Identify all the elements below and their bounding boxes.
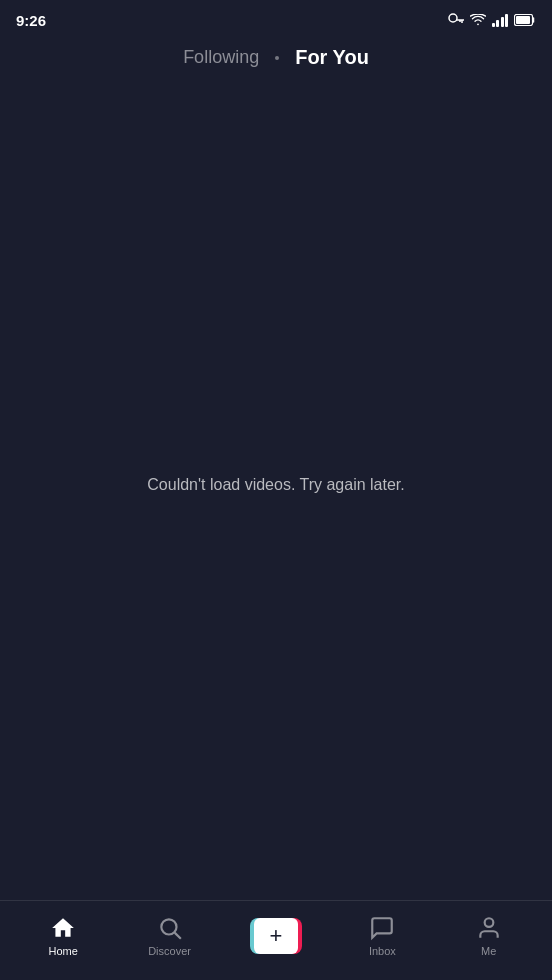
bottom-nav: Home Discover + Inbox Me <box>0 900 552 980</box>
inbox-icon <box>369 915 395 941</box>
nav-item-create[interactable]: + <box>246 918 306 954</box>
main-content: Couldn't load videos. Try again later. <box>0 83 552 887</box>
svg-point-8 <box>484 918 493 927</box>
tab-foryou[interactable]: For You <box>295 46 369 69</box>
status-icons <box>448 13 537 27</box>
home-icon <box>50 915 76 941</box>
tab-header: Following For You <box>0 36 552 83</box>
svg-point-0 <box>449 14 457 22</box>
status-time: 9:26 <box>16 12 46 29</box>
plus-sign: + <box>270 925 283 947</box>
battery-icon <box>514 14 536 26</box>
nav-label-me: Me <box>481 945 496 957</box>
tab-separator <box>275 56 279 60</box>
nav-label-discover: Discover <box>148 945 191 957</box>
nav-item-discover[interactable]: Discover <box>140 915 200 957</box>
nav-item-home[interactable]: Home <box>33 915 93 957</box>
nav-item-me[interactable]: Me <box>459 915 519 957</box>
svg-point-6 <box>161 919 176 934</box>
wifi-icon <box>470 14 486 26</box>
tab-following[interactable]: Following <box>183 47 259 68</box>
nav-label-inbox: Inbox <box>369 945 396 957</box>
profile-icon <box>476 915 502 941</box>
nav-item-inbox[interactable]: Inbox <box>352 915 412 957</box>
svg-line-7 <box>174 932 180 938</box>
discover-icon <box>157 915 183 941</box>
signal-icon <box>492 13 509 27</box>
create-button[interactable]: + <box>250 918 302 954</box>
nav-label-home: Home <box>49 945 78 957</box>
status-bar: 9:26 <box>0 0 552 36</box>
svg-rect-5 <box>516 16 530 24</box>
key-icon <box>448 13 464 27</box>
error-message: Couldn't load videos. Try again later. <box>147 476 404 494</box>
